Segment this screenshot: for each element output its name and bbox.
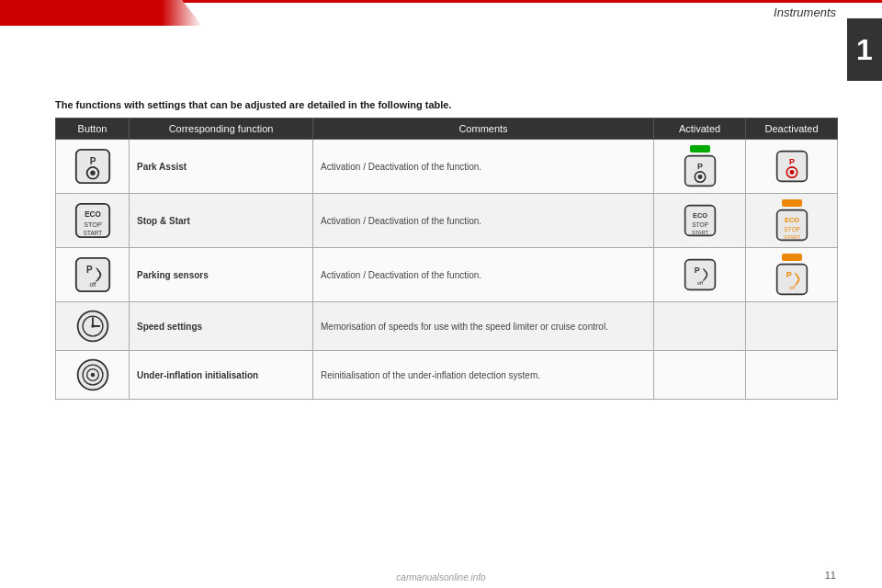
svg-text:START: START bbox=[783, 234, 800, 240]
svg-text:START: START bbox=[83, 230, 101, 236]
svg-text:STOP: STOP bbox=[84, 220, 102, 229]
table-row: P Park Assist Activation / Deactivation … bbox=[56, 140, 838, 194]
deactivated-parking-sensors: P off bbox=[746, 248, 838, 302]
activated-park-assist: P bbox=[654, 140, 746, 194]
activated-speed-settings bbox=[654, 302, 746, 351]
deactivated-icon-stop-start: ECO STOP START bbox=[753, 199, 830, 242]
svg-text:ECO: ECO bbox=[785, 216, 799, 224]
deactivated-speed-settings bbox=[746, 302, 838, 351]
svg-text:P: P bbox=[694, 266, 699, 275]
svg-text:off: off bbox=[788, 285, 795, 290]
stop-start-btn-icon: ECO STOP START bbox=[63, 202, 121, 239]
svg-text:off: off bbox=[696, 280, 703, 286]
svg-text:P: P bbox=[696, 162, 702, 171]
park-assist-btn-icon: P bbox=[63, 148, 121, 185]
deactivated-icon-parking-sensors: P off bbox=[753, 254, 830, 296]
activated-icon-parking-sensors: P off bbox=[662, 258, 738, 291]
svg-text:P: P bbox=[788, 157, 794, 166]
top-bar bbox=[0, 0, 882, 26]
svg-text:STOP: STOP bbox=[692, 221, 708, 228]
table-row: Under-inflation initialisation Reinitial… bbox=[56, 351, 838, 400]
func-name-stop-start: Stop & Start bbox=[130, 194, 313, 248]
func-name-under-inflation: Under-inflation initialisation bbox=[130, 351, 313, 400]
btn-cell-stop-start: ECO STOP START bbox=[56, 194, 130, 248]
svg-text:off: off bbox=[89, 281, 96, 288]
activated-under-inflation bbox=[654, 351, 746, 400]
svg-text:P: P bbox=[86, 265, 93, 275]
svg-point-7 bbox=[697, 175, 702, 179]
activated-icon-stop-start: ECO STOP START bbox=[662, 204, 738, 237]
comments-speed-settings: Memorisation of speeds for use with the … bbox=[313, 302, 654, 351]
svg-text:P: P bbox=[89, 156, 96, 166]
activated-parking-sensors: P off bbox=[654, 248, 746, 302]
under-inflation-btn-icon bbox=[63, 356, 121, 393]
svg-text:ECO: ECO bbox=[85, 210, 101, 219]
svg-point-11 bbox=[789, 170, 794, 175]
activated-icon-park-assist: P bbox=[662, 145, 738, 187]
btn-cell-under-inflation bbox=[56, 351, 130, 400]
svg-text:P: P bbox=[786, 270, 791, 279]
svg-text:ECO: ECO bbox=[693, 211, 707, 220]
green-indicator bbox=[690, 145, 710, 153]
page-number: 11 bbox=[825, 570, 836, 581]
col-header-button: Button bbox=[56, 119, 130, 140]
func-name-parking-sensors: Parking sensors bbox=[130, 248, 313, 302]
comments-stop-start: Activation / Deactivation of the functio… bbox=[313, 194, 654, 248]
btn-cell-parking-sensors: P off bbox=[56, 248, 130, 302]
table-row: ECO STOP START Stop & Start Activation /… bbox=[56, 194, 838, 248]
deactivated-stop-start: ECO STOP START bbox=[746, 194, 838, 248]
comments-park-assist: Activation / Deactivation of the functio… bbox=[313, 140, 654, 194]
orange-indicator bbox=[782, 199, 802, 207]
intro-text: The functions with settings that can be … bbox=[55, 99, 452, 110]
svg-text:START: START bbox=[691, 230, 708, 235]
page-title: Instruments bbox=[774, 6, 836, 19]
col-header-deactivated: Deactivated bbox=[746, 119, 838, 140]
col-header-function: Corresponding function bbox=[130, 119, 313, 140]
main-table: Button Corresponding function Comments A… bbox=[55, 118, 838, 400]
deactivated-icon-park-assist: P bbox=[753, 150, 830, 183]
activated-stop-start: ECO STOP START bbox=[654, 194, 746, 248]
table-row: P off Parking sensors Activation / Deact… bbox=[56, 248, 838, 302]
comments-parking-sensors: Activation / Deactivation of the functio… bbox=[313, 248, 654, 302]
func-name-speed-settings: Speed settings bbox=[130, 302, 313, 351]
table-row: Speed settings Memorisation of speeds fo… bbox=[56, 302, 838, 351]
deactivated-under-inflation bbox=[746, 351, 838, 400]
comments-under-inflation: Reinitialisation of the under-inflation … bbox=[313, 351, 654, 400]
col-header-activated: Activated bbox=[654, 119, 746, 140]
svg-point-39 bbox=[90, 373, 95, 378]
btn-cell-park-assist: P bbox=[56, 140, 130, 194]
svg-point-3 bbox=[90, 171, 95, 175]
parking-sensors-btn-icon: P off bbox=[63, 256, 121, 293]
top-bar-red bbox=[0, 0, 202, 26]
btn-cell-speed-settings bbox=[56, 302, 130, 351]
svg-point-35 bbox=[91, 324, 95, 328]
col-header-comments: Comments bbox=[313, 119, 654, 140]
speed-settings-btn-icon bbox=[63, 308, 121, 345]
svg-text:STOP: STOP bbox=[784, 226, 800, 232]
deactivated-park-assist: P bbox=[746, 140, 838, 194]
orange-indicator-2 bbox=[782, 254, 802, 261]
func-name-park-assist: Park Assist bbox=[130, 140, 313, 194]
chapter-tab: 1 bbox=[847, 18, 882, 81]
watermark: carmanualsonline.info bbox=[396, 572, 485, 582]
